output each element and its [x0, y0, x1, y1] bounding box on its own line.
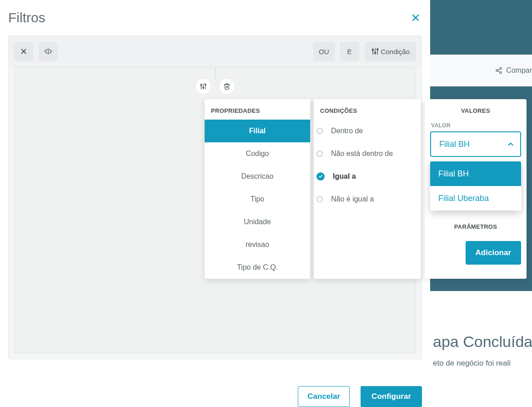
- clear-button[interactable]: [14, 42, 33, 61]
- or-button[interactable]: OU: [313, 42, 335, 61]
- property-item-descricao[interactable]: Descricao: [205, 165, 310, 188]
- filter-toolbar: OU E Condição: [9, 36, 422, 67]
- svg-point-17: [201, 85, 202, 86]
- configure-button[interactable]: Configurar: [361, 386, 422, 407]
- background-toolbar: Compar: [430, 55, 532, 86]
- radio-unchecked-icon: [316, 128, 323, 134]
- condition-label: Não é igual a: [331, 195, 374, 203]
- radio-checked-icon: [316, 172, 325, 181]
- svg-point-0: [500, 67, 502, 69]
- modal-header: Filtros: [0, 0, 430, 30]
- value-dropdown: Filial BH Filial Uberaba: [430, 161, 521, 211]
- svg-point-1: [496, 70, 498, 71]
- modal-title: Filtros: [8, 10, 45, 25]
- properties-header: PROPRIEDADES: [205, 99, 310, 120]
- property-item-unidade[interactable]: Unidade: [205, 211, 310, 233]
- filter-builder-frame: OU E Condição PROPRIEDADES: [8, 35, 422, 359]
- property-item-filial[interactable]: Filial: [205, 120, 310, 142]
- radio-unchecked-icon: [316, 196, 323, 202]
- condition-item-nao-igual-a[interactable]: Não é igual a: [314, 188, 421, 211]
- close-icon: [20, 47, 28, 55]
- condition-label: Condição: [381, 48, 410, 55]
- modal-close-button[interactable]: [409, 11, 422, 24]
- svg-point-13: [374, 52, 376, 54]
- value-field-label: VALOR: [430, 122, 521, 129]
- property-item-revisao[interactable]: revisao: [205, 233, 310, 256]
- sliders-icon: [200, 83, 207, 90]
- condition-item-igual-a[interactable]: Igual a: [314, 165, 421, 188]
- code-view-button[interactable]: [39, 42, 58, 61]
- condition-label: Não está dentro de: [331, 150, 393, 158]
- conditions-header: CONDIÇÕES: [314, 99, 421, 120]
- add-button[interactable]: Adicionar: [466, 241, 521, 265]
- svg-point-2: [500, 72, 502, 74]
- condition-label: Dentro de: [331, 127, 363, 135]
- svg-point-21: [205, 84, 206, 85]
- values-panel: VALORES VALOR Filial BH Filial BH Filial…: [425, 99, 527, 279]
- popovers-row: PROPRIEDADES Filial Codigo Descricao Tip…: [205, 99, 527, 279]
- node-controls: [195, 78, 235, 95]
- svg-point-11: [372, 50, 373, 51]
- filter-canvas: PROPRIEDADES Filial Codigo Descricao Tip…: [14, 67, 416, 353]
- share-label: Compar: [506, 66, 532, 75]
- delete-node-button[interactable]: [219, 78, 235, 95]
- share-link[interactable]: Compar: [482, 66, 532, 75]
- radio-unchecked-icon: [316, 151, 323, 157]
- close-icon: [411, 13, 420, 22]
- chevron-up-icon: [507, 140, 515, 148]
- values-header: VALORES: [425, 99, 527, 120]
- conditions-list: Dentro de Não está dentro de Igual a: [314, 120, 421, 215]
- svg-point-19: [203, 87, 204, 88]
- condition-item-nao-dentro-de[interactable]: Não está dentro de: [314, 142, 421, 165]
- background-stage-panel: apa Concluída eto de negócio foi reali: [430, 291, 532, 407]
- properties-panel: PROPRIEDADES Filial Codigo Descricao Tip…: [205, 99, 310, 279]
- cancel-button[interactable]: Cancelar: [298, 386, 350, 407]
- code-icon: [44, 47, 52, 55]
- property-item-tipo[interactable]: Tipo: [205, 188, 310, 211]
- filters-modal: Filtros OU E Condição: [0, 0, 430, 407]
- condition-item-dentro-de[interactable]: Dentro de: [314, 120, 421, 142]
- share-icon: [495, 67, 502, 74]
- edit-node-button[interactable]: [195, 78, 211, 95]
- connector-line: [215, 67, 216, 78]
- properties-list: Filial Codigo Descricao Tipo Unidade rev…: [205, 120, 310, 279]
- modal-footer: Cancelar Configurar: [298, 386, 422, 407]
- svg-line-4: [498, 71, 500, 72]
- svg-line-3: [498, 69, 500, 70]
- conditions-panel: CONDIÇÕES Dentro de Não está dentro de: [314, 99, 421, 279]
- dropdown-option-filial-bh[interactable]: Filial BH: [430, 161, 521, 186]
- stage-subtitle: eto de negócio foi reali: [433, 359, 532, 368]
- property-item-tipo-cq[interactable]: Tipo de C.Q.: [205, 256, 310, 279]
- parameters-header: PARÂMETROS: [430, 223, 521, 230]
- add-condition-button[interactable]: Condição: [365, 42, 416, 61]
- stage-title: apa Concluída: [433, 333, 532, 351]
- trash-icon: [223, 83, 231, 90]
- combo-value: Filial BH: [439, 140, 470, 149]
- dropdown-option-filial-uberaba[interactable]: Filial Uberaba: [430, 186, 521, 211]
- property-item-codigo[interactable]: Codigo: [205, 142, 310, 165]
- value-combobox[interactable]: Filial BH: [430, 131, 521, 157]
- and-button[interactable]: E: [340, 42, 359, 61]
- sliders-icon: [371, 47, 379, 55]
- svg-point-15: [376, 49, 378, 50]
- condition-label: Igual a: [333, 172, 356, 181]
